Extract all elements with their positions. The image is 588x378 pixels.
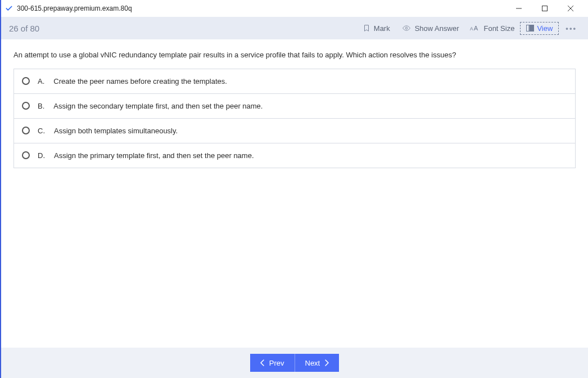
toolbar: 26 of 80 Mark Show Answer AA Font Size V… bbox=[1, 17, 588, 39]
next-button[interactable]: Next bbox=[295, 354, 340, 372]
svg-rect-9 bbox=[530, 25, 534, 31]
chevron-right-icon bbox=[324, 359, 329, 366]
prev-button[interactable]: Prev bbox=[250, 354, 295, 372]
mark-label: Mark bbox=[374, 24, 390, 33]
radio-icon bbox=[22, 77, 30, 85]
question-text: An attempt to use a global vNIC redundan… bbox=[13, 50, 576, 61]
question-area: An attempt to use a global vNIC redundan… bbox=[1, 39, 588, 348]
view-layout-icon bbox=[526, 25, 534, 32]
option-letter: C. bbox=[38, 127, 45, 135]
mark-button[interactable]: Mark bbox=[357, 21, 396, 35]
svg-rect-1 bbox=[542, 6, 548, 11]
chevron-left-icon bbox=[260, 359, 265, 366]
radio-icon bbox=[22, 102, 30, 110]
svg-text:A: A bbox=[470, 26, 473, 32]
svg-point-4 bbox=[405, 27, 408, 29]
font-size-icon: AA bbox=[470, 24, 480, 32]
app-icon bbox=[4, 4, 13, 13]
option-text: Assign both templates simultaneously. bbox=[54, 127, 178, 135]
bookmark-icon bbox=[363, 24, 370, 33]
option-c[interactable]: C. Assign both templates simultaneously. bbox=[14, 119, 575, 143]
option-letter: B. bbox=[38, 102, 44, 110]
radio-icon bbox=[22, 127, 30, 134]
view-label: View bbox=[537, 24, 553, 33]
option-text: Create the peer names before creating th… bbox=[53, 77, 227, 86]
close-button[interactable] bbox=[558, 0, 584, 17]
option-b[interactable]: B. Assign the secondary template first, … bbox=[14, 94, 575, 119]
prev-label: Prev bbox=[269, 359, 284, 367]
font-size-button[interactable]: AA Font Size bbox=[464, 22, 520, 35]
more-button[interactable]: ••• bbox=[562, 22, 580, 35]
option-text: Assign the primary template first, and t… bbox=[54, 151, 254, 160]
footer-nav: Prev Next bbox=[1, 348, 588, 378]
eye-icon bbox=[401, 24, 411, 32]
next-label: Next bbox=[305, 359, 320, 367]
minimize-button[interactable] bbox=[506, 0, 532, 17]
radio-icon bbox=[22, 151, 30, 159]
show-answer-label: Show Answer bbox=[415, 24, 459, 33]
view-button[interactable]: View bbox=[520, 22, 559, 35]
options-list: A. Create the peer names before creating… bbox=[13, 69, 576, 168]
option-letter: A. bbox=[38, 77, 44, 86]
show-answer-button[interactable]: Show Answer bbox=[396, 22, 465, 35]
option-d[interactable]: D. Assign the primary template first, an… bbox=[14, 143, 575, 168]
more-icon: ••• bbox=[566, 24, 577, 33]
question-progress: 26 of 80 bbox=[9, 24, 39, 33]
option-text: Assign the secondary template first, and… bbox=[53, 102, 263, 110]
window-title: 300-615.prepaway.premium.exam.80q bbox=[17, 4, 132, 12]
option-letter: D. bbox=[38, 151, 45, 160]
font-size-label: Font Size bbox=[483, 24, 514, 33]
svg-text:A: A bbox=[474, 25, 478, 32]
option-a[interactable]: A. Create the peer names before creating… bbox=[14, 69, 575, 94]
title-bar: 300-615.prepaway.premium.exam.80q bbox=[1, 0, 588, 17]
maximize-button[interactable] bbox=[532, 0, 558, 17]
